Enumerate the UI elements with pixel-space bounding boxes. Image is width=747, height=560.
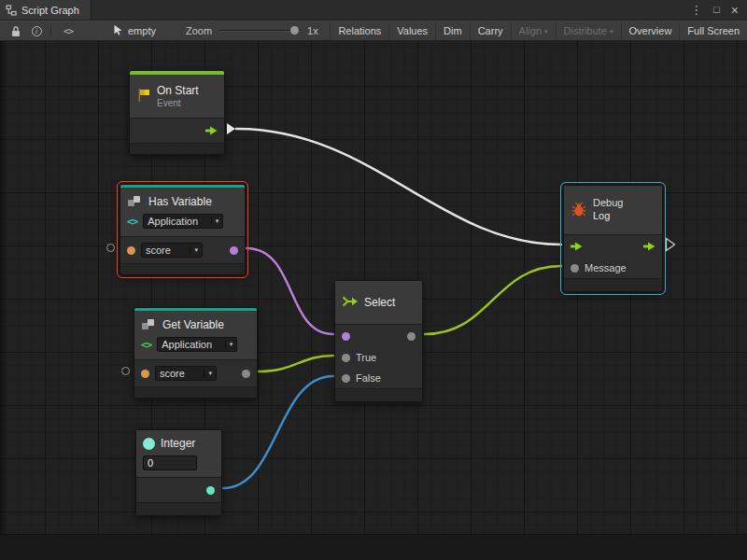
node-header: Get Variable <> Application ▾	[134, 311, 257, 359]
object-scope-icon: <>	[141, 339, 151, 351]
variables-boxes-icon	[141, 318, 157, 332]
full-screen-button[interactable]: Full Screen	[679, 21, 747, 40]
info-icon[interactable]: i	[26, 26, 47, 36]
zoom-value: 1x	[307, 25, 318, 36]
overview-button[interactable]: Overview	[621, 21, 680, 40]
window-controls: ⋮ □ ×	[690, 0, 747, 20]
wire-select-to-debug-message[interactable]	[425, 266, 561, 334]
value-output-port[interactable]	[242, 370, 250, 378]
script-graph-window: Script Graph ⋮ □ × i <> empty Zoom 1x	[0, 0, 747, 560]
toolbar-buttons: Relations Values Dim Carry Align▾ Distri…	[330, 21, 747, 40]
node-header: Integer 0	[136, 430, 221, 477]
node-footer	[134, 386, 257, 398]
condition-input-port[interactable]	[342, 332, 350, 341]
cursor-icon	[113, 24, 123, 37]
wire-has-variable-to-select-condition[interactable]	[247, 248, 333, 334]
node-title: Select	[364, 296, 395, 310]
menu-kebab-icon[interactable]: ⋮	[690, 4, 702, 16]
close-icon[interactable]: ×	[731, 4, 739, 17]
graph-canvas[interactable]: On Start Event	[0, 41, 747, 560]
false-port-label: False	[356, 372, 381, 384]
zoom-slider-knob[interactable]	[290, 26, 299, 35]
caret-down-icon: ▾	[544, 28, 548, 35]
node-ports: Message	[564, 234, 662, 278]
node-header: Debug Log	[564, 186, 662, 234]
message-port-label: Message	[585, 262, 627, 273]
node-ports	[136, 477, 221, 502]
node-has-variable[interactable]: Has Variable <> Application ▾ score ▾	[120, 184, 246, 275]
tab-title: Script Graph	[21, 5, 79, 16]
bool-output-port[interactable]	[230, 246, 238, 255]
control-output-port[interactable]	[205, 126, 218, 135]
values-button[interactable]: Values	[388, 21, 435, 40]
caret-down-icon: ▾	[204, 370, 212, 377]
integer-circle-icon	[143, 438, 155, 450]
node-title: Debug	[593, 197, 623, 210]
variables-boxes-icon	[127, 195, 143, 209]
wire-continue-arrow-icon	[665, 237, 676, 256]
node-footer	[564, 278, 662, 291]
integer-output-port[interactable]	[206, 486, 215, 495]
node-ports	[130, 118, 224, 143]
toolbar-separator	[50, 25, 51, 37]
relations-button[interactable]: Relations	[330, 21, 388, 40]
caret-down-icon: ▾	[610, 28, 613, 35]
variable-name-input-port[interactable]	[141, 370, 149, 378]
unconnected-input-port[interactable]	[121, 367, 130, 375]
node-subtitle: Event	[157, 98, 199, 109]
node-footer	[335, 388, 422, 401]
maximize-icon[interactable]: □	[713, 5, 720, 15]
caret-down-icon: ▾	[211, 217, 219, 225]
integer-value-field[interactable]: 0	[143, 455, 197, 470]
tab-script-graph[interactable]: Script Graph	[0, 0, 92, 20]
flag-icon	[136, 88, 151, 105]
lock-icon[interactable]	[6, 25, 26, 37]
node-ports: True False	[335, 324, 422, 388]
node-ports: score ▾	[134, 359, 257, 386]
node-title: On Start	[157, 84, 199, 98]
false-input-port[interactable]	[342, 374, 350, 383]
selection-output-port[interactable]	[407, 332, 416, 341]
get-variable-name-dropdown[interactable]: score ▾	[155, 366, 217, 381]
true-port-label: True	[356, 352, 376, 363]
node-select[interactable]: Select True False	[334, 280, 423, 402]
bug-icon	[571, 202, 587, 219]
get-variable-scope-dropdown[interactable]: Application ▾	[157, 337, 237, 352]
node-footer	[120, 263, 245, 274]
node-ports: score ▾	[120, 236, 245, 263]
unconnected-input-port[interactable]	[106, 244, 115, 252]
wire-on-start-to-debug[interactable]	[236, 129, 561, 245]
code-view-icon[interactable]: <>	[55, 26, 81, 36]
node-debug-log[interactable]: Debug Log Message	[563, 185, 663, 292]
node-integer[interactable]: Integer 0	[135, 429, 222, 516]
zoom-label: Zoom	[186, 25, 212, 36]
node-title: Get Variable	[162, 318, 224, 332]
has-variable-name-dropdown[interactable]: score ▾	[141, 243, 203, 258]
caret-down-icon: ▾	[225, 341, 233, 348]
node-header: Select	[335, 281, 422, 324]
control-output-port[interactable]	[643, 242, 655, 251]
control-input-port[interactable]	[571, 242, 583, 251]
align-button[interactable]: Align▾	[511, 21, 556, 40]
selection-status: empty	[113, 24, 156, 37]
zoom-slider[interactable]	[219, 25, 302, 36]
has-variable-scope-dropdown[interactable]: Application ▾	[143, 214, 223, 229]
wire-get-variable-to-select-true[interactable]	[259, 356, 333, 371]
zoom-slider-track	[219, 30, 302, 32]
distribute-button[interactable]: Distribute▾	[556, 21, 621, 40]
dim-button[interactable]: Dim	[435, 21, 470, 40]
node-on-start[interactable]: On Start Event	[129, 70, 225, 155]
true-input-port[interactable]	[342, 354, 350, 362]
select-branch-icon	[342, 296, 359, 309]
wire-start-arrow-icon	[227, 123, 235, 134]
variable-name-input-port[interactable]	[127, 246, 135, 255]
object-scope-icon: <>	[127, 216, 137, 228]
node-subtitle: Log	[593, 210, 623, 223]
node-get-variable[interactable]: Get Variable <> Application ▾ score ▾	[134, 307, 258, 399]
carry-button[interactable]: Carry	[470, 21, 511, 40]
node-title: Has Variable	[148, 195, 212, 209]
message-input-port[interactable]	[571, 264, 579, 273]
node-footer	[130, 143, 224, 154]
selection-status-label: empty	[128, 25, 156, 36]
node-footer	[136, 502, 221, 515]
